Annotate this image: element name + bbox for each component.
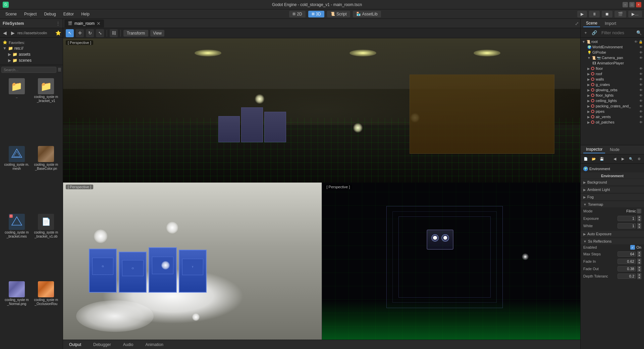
script-button[interactable]: 📜 Script xyxy=(327,11,350,17)
move-tool-button[interactable]: ✛ xyxy=(76,29,84,37)
list-view-icon[interactable]: ☰ xyxy=(58,67,61,72)
transform-dropdown[interactable]: Transform xyxy=(123,30,148,37)
viewport-bottom-left[interactable]: G O D T xyxy=(63,183,322,340)
node-visibility-icon[interactable]: 👁 xyxy=(634,40,638,44)
fadein-up-button[interactable]: ▲ xyxy=(637,258,641,261)
inspector-save-button[interactable]: 💾 xyxy=(598,155,605,163)
link-tool-button[interactable]: ⛓ xyxy=(110,29,118,37)
exposure-down-button[interactable]: ▼ xyxy=(637,218,641,221)
maxsteps-up-button[interactable]: ▲ xyxy=(637,251,641,254)
node-eye-icon[interactable]: 👁 xyxy=(639,104,643,108)
scene-node-camerapan[interactable]: ▼ 📜 📷 Camera_pan 👁 xyxy=(581,55,644,60)
scene-node-roof[interactable]: ▶ roof 👁 xyxy=(581,71,644,77)
animation-tab[interactable]: Animation xyxy=(142,341,166,348)
scene-node-floor[interactable]: ▶ floor 👁 xyxy=(581,66,644,71)
node-eye-icon[interactable]: 👁 xyxy=(639,51,643,54)
background-section-header[interactable]: ▶ Background xyxy=(581,179,644,185)
minimize-button[interactable]: – xyxy=(623,2,628,7)
add-node-button[interactable]: + xyxy=(582,29,589,37)
depthtol-up-button[interactable]: ▲ xyxy=(637,273,641,276)
output-tab[interactable]: Output xyxy=(66,341,85,348)
play-button[interactable]: ▶ xyxy=(577,11,587,17)
nav-back-button[interactable]: ◀ xyxy=(1,30,8,36)
ss-enabled-checkbox[interactable]: ✓ xyxy=(630,245,635,250)
scene-node-giprobe[interactable]: 💡 GIProbe 👁 xyxy=(581,50,644,55)
file-item[interactable]: 📁 .. xyxy=(3,77,31,143)
inspector-nav-forward-button[interactable]: ▶ xyxy=(619,155,627,163)
assetlib-button[interactable]: 🏪 AssetLib xyxy=(353,11,381,17)
fadein-input[interactable] xyxy=(618,259,636,264)
nav-bookmark-button[interactable]: ⭐ xyxy=(55,30,61,36)
close-button[interactable]: ✕ xyxy=(636,2,641,7)
node-eye-icon[interactable]: 👁 xyxy=(639,120,643,124)
auto-exposure-section-header[interactable]: ▶ Auto Exposure xyxy=(581,231,644,237)
expand-viewport-button[interactable]: ⤢ xyxy=(575,21,579,26)
menu-scene[interactable]: Scene xyxy=(2,11,20,17)
node-eye-icon[interactable]: 👁 xyxy=(639,72,643,76)
tonemap-section-header[interactable]: ▼ Tonemap xyxy=(581,201,644,207)
link-node-button[interactable]: 🔗 xyxy=(591,29,598,37)
scene-node-walls[interactable]: ▶ walls 👁 xyxy=(581,77,644,82)
white-input[interactable] xyxy=(618,223,636,229)
stop-button[interactable]: ⏹ xyxy=(602,11,612,17)
node-eye-icon[interactable]: 👁 xyxy=(639,45,643,49)
inspector-nav-back-button[interactable]: ◀ xyxy=(611,155,619,163)
debugger-tab[interactable]: Debugger xyxy=(90,341,114,348)
search-input[interactable] xyxy=(1,67,56,73)
exposure-up-button[interactable]: ▲ xyxy=(637,215,641,218)
tree-item-scenes[interactable]: ▶ 📁 scenes xyxy=(1,57,61,63)
play-custom-button[interactable]: ▶… xyxy=(628,11,642,17)
node-eye-icon[interactable]: 👁 xyxy=(639,56,643,60)
depthtol-input[interactable] xyxy=(618,273,636,279)
scene-node-gcrates[interactable]: ▶ g_crates 👁 xyxy=(581,82,644,87)
scene-node-pipes[interactable]: ▶ pipes 👁 xyxy=(581,109,644,114)
scene-node-floorlights[interactable]: ▶ floor_lights 👁 xyxy=(581,93,644,98)
close-tab-button[interactable]: ✕ xyxy=(97,21,101,26)
scene-tab[interactable]: Scene xyxy=(583,20,600,27)
scene-node-oilpatches[interactable]: ▶ oil_patches 👁 xyxy=(581,119,644,125)
mode-3d-button[interactable]: ⊠ 3D xyxy=(308,11,324,17)
scene-node-worldenv[interactable]: 🌍 WorldEnvironment 👁 xyxy=(581,44,644,50)
node-eye-icon[interactable]: 👁 xyxy=(639,99,643,103)
ss-reflections-section-header[interactable]: ▼ Ss Reflections xyxy=(581,238,644,244)
node-eye-icon[interactable]: 👁 xyxy=(639,78,643,81)
scene-node-packingcrates[interactable]: ▶ packing_crates_and_ 👁 xyxy=(581,103,644,109)
inspector-settings-button[interactable]: ⚙ xyxy=(635,155,643,163)
scene-node-root[interactable]: ▼ 📜 root 👁 🔒 xyxy=(581,39,644,44)
file-item[interactable]: 📄 cooling_syste m_bracket_v1.ob xyxy=(32,212,60,279)
pause-button[interactable]: ⏸ xyxy=(589,11,600,17)
rotate-tool-button[interactable]: ↻ xyxy=(86,29,94,37)
tree-item-res[interactable]: ▼ 📁 res:// xyxy=(1,45,61,51)
depthtol-down-button[interactable]: ▼ xyxy=(637,276,641,279)
node-eye-icon[interactable]: 👁 xyxy=(639,67,643,70)
scene-search-input[interactable] xyxy=(599,29,634,37)
scene-node-glowingorbs[interactable]: ▶ glowing_orbs 👁 xyxy=(581,87,644,93)
nav-forward-button[interactable]: ▶ xyxy=(9,30,16,36)
scale-tool-button[interactable]: ⤡ xyxy=(96,29,104,37)
file-item[interactable]: cooling_syste m_OcclusionRou xyxy=(32,280,60,346)
file-item[interactable]: cooling_syste m.mesh xyxy=(3,145,31,211)
play-scene-button[interactable]: 🎬 xyxy=(614,11,626,17)
fadeout-input[interactable] xyxy=(618,266,636,271)
node-eye-icon[interactable]: 👁 xyxy=(639,115,643,119)
fadein-down-button[interactable]: ▼ xyxy=(637,261,641,264)
tab-main-room[interactable]: 🎬 main_room ✕ xyxy=(64,19,104,28)
node-eye-icon[interactable]: 👁 xyxy=(639,88,643,92)
scene-node-ceilinglights[interactable]: ▶ ceiling_lights 👁 xyxy=(581,98,644,103)
maxsteps-input[interactable] xyxy=(618,251,636,257)
file-item[interactable]: ! cooling_syste m_bracket.mes xyxy=(3,212,31,279)
node-lock-icon[interactable]: 🔒 xyxy=(639,40,643,44)
fadeout-up-button[interactable]: ▲ xyxy=(637,266,641,269)
maximize-button[interactable]: □ xyxy=(629,2,635,7)
menu-editor[interactable]: Editor xyxy=(60,11,77,17)
file-item[interactable]: cooling_syste m_BaseColor.pn xyxy=(32,145,60,211)
select-tool-button[interactable]: ↖ xyxy=(66,29,74,37)
scene-search-button[interactable]: 🔍 xyxy=(635,29,643,37)
node-eye-icon[interactable]: 👁 xyxy=(639,110,643,113)
white-down-button[interactable]: ▼ xyxy=(637,226,641,229)
scene-node-animplayer[interactable]: 🎞 AnimationPlayer xyxy=(581,60,644,66)
inspector-tab[interactable]: Inspector xyxy=(583,146,605,153)
node-eye-icon[interactable]: 👁 xyxy=(639,83,643,87)
inspector-open-script-button[interactable]: 📂 xyxy=(590,155,597,163)
view-dropdown[interactable]: View xyxy=(150,30,164,37)
